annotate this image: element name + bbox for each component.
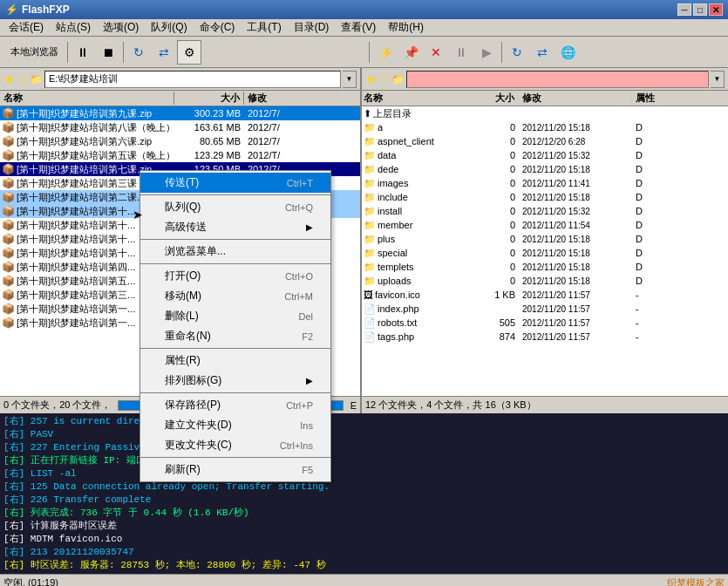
txt-icon: 📄 [364,317,376,329]
r-col-header-date[interactable]: 修改 [519,92,632,105]
table-row[interactable]: 📦[第十期]织梦建站培训第八课（晚上）.zip 163.61 MB 2012/7… [0,120,360,134]
close-button[interactable]: ✕ [709,3,723,16]
toolbar: 本地浏览器 ⏸ ⏹ ↻ ⇄ ⚙ ⚡ 📌 ✕ ⏸ ▶ ↻ ⇄ 🌐 [0,37,728,68]
left-folder-icon: 📁 [30,73,43,85]
table-row[interactable]: ⬆上层目录 [362,106,728,120]
stop-button[interactable]: ⏹ [96,40,120,65]
r-col-header-name[interactable]: 名称 [362,92,466,105]
table-row[interactable]: 📦[第十期]织梦建站培训第五课（晚上）.zip 123.29 MB 2012/T… [0,148,360,162]
menu-view[interactable]: 查看(V) [336,18,381,37]
refresh-right-button[interactable]: ↻ [505,40,529,65]
ctx-change-folder[interactable]: 更改文件夹(C) Ctrl+Ins [140,435,330,455]
sync-button[interactable]: ⇄ [152,40,176,65]
table-row[interactable]: 📄tags.php 874 2012/11/20 11:57 - [362,330,728,344]
right-address-bar: ★ ☆ 📁 ▼ [362,68,728,91]
log-line: [右] 列表完成: 736 字节 于 0.44 秒 (1.6 KB/秒) [3,507,725,520]
ctx-delete[interactable]: 删除(L) Del [140,306,330,326]
table-row[interactable]: 📁dede 0 2012/11/20 15:18 D [362,162,728,176]
right-panel: ★ ☆ 📁 ▼ 名称 大小 修改 属性 ⬆上层目录 [362,68,728,413]
right-file-list[interactable]: ⬆上层目录 📁a 0 2012/11/20 15:18 D 📁aspnet_cl… [362,106,728,396]
col-header-name[interactable]: 名称 [0,92,174,105]
menu-command[interactable]: 命令(C) [194,18,241,37]
log-panel[interactable]: [右] 257 is current directory. [右] PASV [… [0,413,728,574]
table-row[interactable]: 📁plus 0 2012/11/20 15:18 D [362,232,728,246]
pin-button[interactable]: 📌 [398,40,423,65]
log-line: [右] 257 is current directory. [3,415,725,428]
zip-icon: 📦 [2,107,15,119]
left-star1[interactable]: ★ [3,72,15,86]
connect-button[interactable]: ⚡ [373,40,398,65]
disconnect-button[interactable]: ✕ [424,40,448,65]
menu-options[interactable]: 选项(O) [98,18,144,37]
sync-right-button[interactable]: ⇄ [530,40,555,65]
right-star2[interactable]: ☆ [378,72,390,86]
left-address-dropdown[interactable]: ▼ [343,71,357,88]
table-row[interactable]: 📁a 0 2012/11/20 15:18 D [362,120,728,134]
menu-session[interactable]: 会话(E) [3,18,49,37]
ctx-open[interactable]: 打开(O) Ctrl+O [140,266,330,286]
ctx-advanced-send[interactable]: 高级传送 ▶ [140,217,330,237]
globe-button[interactable]: 🌐 [555,40,580,65]
menu-queue[interactable]: 队列(Q) [146,18,192,37]
folder-icon: 📁 [364,234,376,245]
table-row[interactable]: 🖼favicon.ico 1 KB 2012/11/20 11:57 - [362,288,728,302]
log-line: [右] 计算服务器时区误差 [3,520,725,533]
zip-icon: 📦 [2,247,15,259]
menu-tools[interactable]: 工具(T) [242,18,286,37]
log-line: [右] 227 Entering Passive Mode ( ). [3,441,725,454]
maximize-button[interactable]: □ [693,3,707,16]
right-address-input[interactable] [406,71,709,88]
col-header-date[interactable]: 修改 [244,92,360,105]
table-row[interactable]: 📁data 0 2012/11/20 15:32 D [362,148,728,162]
ctx-sep-5 [140,392,330,393]
table-row[interactable]: 📁aspnet_client 0 2012/12/20 6:28 D [362,134,728,148]
r-col-header-attr[interactable]: 属性 [632,92,728,105]
table-row[interactable]: 📁include 0 2012/11/20 15:18 D [362,190,728,204]
log-line: [右] 226 Transfer complete [3,494,725,507]
menu-help[interactable]: 帮助(H) [383,18,429,37]
menu-dir[interactable]: 目录(D) [289,18,335,37]
right-status-bar: 12 个文件夹，4 个文件，共 16（3 KB） [362,396,728,413]
right-address-dropdown[interactable]: ▼ [711,71,725,88]
table-row[interactable]: 📁images 0 2012/11/20 11:41 D [362,176,728,190]
ctx-send[interactable]: 传送(T) Ctrl+T [140,173,330,193]
table-row[interactable]: 📁install 0 2012/11/20 15:32 D [362,204,728,218]
main-area: ★ ☆ 📁 ▼ 名称 大小 修改 📦[第十期]织梦建站培训第九课.zip 300… [0,68,728,413]
table-row[interactable]: 📁member 0 2012/11/20 11:54 D [362,218,728,232]
pause-right-button[interactable]: ⏸ [449,40,473,65]
table-row[interactable]: 📄robots.txt 505 2012/11/20 11:57 - [362,316,728,330]
right-star1[interactable]: ★ [365,72,377,86]
ctx-move[interactable]: 移动(M) Ctrl+M [140,286,330,306]
table-row[interactable]: 📦[第十期]织梦建站培训第九课.zip 300.23 MB 2012/7/ [0,106,360,120]
menu-bar: 会话(E) 站点(S) 选项(O) 队列(Q) 命令(C) 工具(T) 目录(D… [0,19,728,37]
ctx-refresh[interactable]: 刷新(R) F5 [140,460,330,480]
left-star2[interactable]: ☆ [17,72,28,86]
menu-site[interactable]: 站点(S) [51,18,96,37]
folder-icon: 📁 [364,136,376,147]
table-row[interactable]: 📁uploads 0 2012/11/20 15:18 D [362,274,728,288]
ctx-sort[interactable]: 排列图标(G) ▶ [140,371,330,391]
ctx-new-folder[interactable]: 建立文件夹(D) Ins [140,415,330,435]
ctx-browser-menu[interactable]: 浏览器菜单... [140,242,330,262]
ctx-save-path[interactable]: 保存路径(P) Ctrl+P [140,395,330,415]
col-header-size[interactable]: 大小 [174,92,244,105]
table-row[interactable]: 📄index.php 2012/11/20 11:57 - [362,302,728,316]
table-row[interactable]: 📁templets 0 2012/11/20 15:18 D [362,260,728,274]
minimize-button[interactable]: ─ [677,3,691,16]
pause-button[interactable]: ⏸ [71,40,95,65]
folder-icon: 📁 [364,248,376,259]
table-row[interactable]: 📦[第十期]织梦建站培训第六课.zip 80.65 MB 2012/7/ [0,134,360,148]
local-browser-label: 本地浏览器 [3,40,65,65]
nav-button[interactable]: ▶ [474,40,499,65]
zip-icon: 📦 [2,219,15,231]
settings-button[interactable]: ⚙ [177,40,201,65]
refresh-left-button[interactable]: ↻ [126,40,151,65]
ctx-properties[interactable]: 属性(R) [140,351,330,371]
r-col-header-size[interactable]: 大小 [466,92,519,105]
ctx-queue[interactable]: 队列(Q) Ctrl+Q [140,197,330,217]
ctx-rename[interactable]: 重命名(N) F2 [140,326,330,346]
table-row[interactable]: 📁special 0 2012/11/20 15:18 D [362,246,728,260]
ico-icon: 🖼 [364,290,373,300]
app-title: FlashFXP [22,3,70,16]
left-address-input[interactable] [44,71,341,88]
